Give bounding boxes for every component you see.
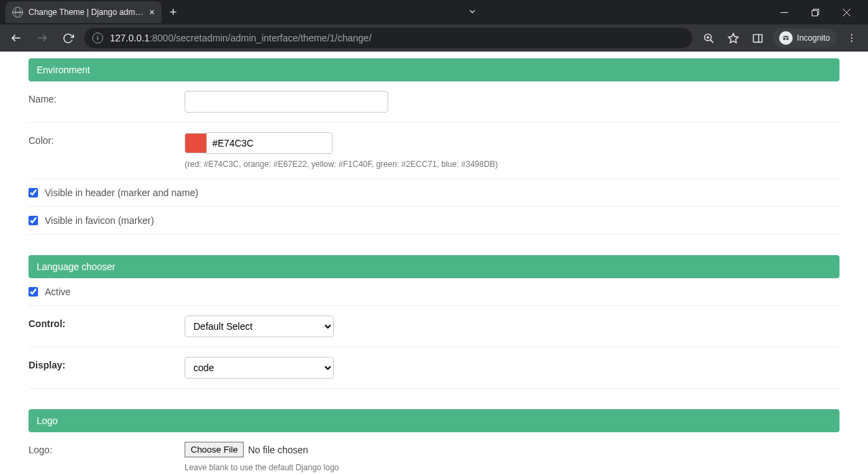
visible-header-label[interactable]: Visible in header (marker and name) <box>45 187 198 198</box>
language-control-row: Control: Default Select <box>29 306 839 347</box>
visible-favicon-checkbox[interactable] <box>29 216 38 225</box>
chevron-down-icon[interactable] <box>468 7 477 18</box>
minimize-button[interactable] <box>769 2 800 22</box>
zoom-icon[interactable] <box>699 28 718 48</box>
incognito-icon <box>779 31 793 45</box>
visible-header-row: Visible in header (marker and name) <box>29 179 839 207</box>
file-status: No file chosen <box>248 444 308 455</box>
logo-help: Leave blank to use the default Django lo… <box>185 463 839 472</box>
new-tab-button[interactable]: + <box>164 5 183 20</box>
globe-icon <box>12 7 23 18</box>
visible-header-checkbox[interactable] <box>29 188 38 197</box>
incognito-badge[interactable]: Incognito <box>772 28 837 48</box>
logo-row: Logo: Choose File No file chosen Leave b… <box>29 432 839 475</box>
env-name-label: Name: <box>29 91 185 104</box>
browser-tab[interactable]: Change Theme | Django adminis × <box>5 1 162 23</box>
incognito-label: Incognito <box>797 33 830 43</box>
language-control-label: Control: <box>29 316 185 329</box>
svg-rect-2 <box>812 10 818 16</box>
svg-point-15 <box>787 37 789 40</box>
language-active-checkbox[interactable] <box>29 287 38 297</box>
maximize-button[interactable] <box>800 2 831 22</box>
address-bar[interactable]: i 127.0.0.1:8000/secretadmin/admin_inter… <box>84 28 692 48</box>
visible-favicon-row: Visible in favicon (marker) <box>29 207 839 235</box>
language-section: Active Control: Default Select Display: … <box>29 278 839 389</box>
reload-button[interactable] <box>58 28 77 48</box>
environment-section-header: Environment <box>29 58 839 81</box>
url-text: 127.0.0.1:8000/secretadmin/admin_interfa… <box>110 33 371 43</box>
svg-rect-12 <box>753 34 762 41</box>
env-name-input[interactable] <box>185 91 388 113</box>
close-tab-icon[interactable]: × <box>149 7 155 18</box>
svg-rect-0 <box>780 12 788 13</box>
env-name-row: Name: <box>29 81 839 123</box>
close-window-button[interactable] <box>831 2 863 22</box>
language-display-row: Display: code <box>29 347 839 389</box>
info-icon[interactable]: i <box>92 33 103 43</box>
svg-point-16 <box>851 34 852 35</box>
env-color-label: Color: <box>29 132 185 146</box>
language-display-select[interactable]: code <box>185 357 334 379</box>
env-color-help: (red: #E74C3C, orange: #E67E22, yellow: … <box>185 159 839 169</box>
tab-title: Change Theme | Django adminis <box>29 7 144 17</box>
language-control-select[interactable]: Default Select <box>185 316 334 337</box>
svg-point-17 <box>851 37 852 39</box>
tab-bar: Change Theme | Django adminis × + <box>0 0 868 24</box>
browser-toolbar: i 127.0.0.1:8000/secretadmin/admin_inter… <box>0 24 868 52</box>
window-controls <box>769 2 863 22</box>
env-color-input[interactable] <box>206 132 333 154</box>
logo-section-header: Logo <box>29 409 839 432</box>
panel-icon[interactable] <box>748 28 767 48</box>
kebab-menu-icon[interactable] <box>842 28 861 48</box>
svg-point-14 <box>783 37 786 40</box>
logo-section: Logo: Choose File No file chosen Leave b… <box>29 432 839 475</box>
bookmark-icon[interactable] <box>723 28 742 48</box>
page-content: Environment Name: Color: (red: #E74C3C, … <box>0 52 868 475</box>
choose-file-button[interactable]: Choose File <box>185 442 244 457</box>
back-button[interactable] <box>7 28 26 48</box>
color-swatch[interactable] <box>185 133 206 153</box>
environment-section: Name: Color: (red: #E74C3C, orange: #E67… <box>29 81 839 235</box>
forward-button[interactable] <box>33 28 52 48</box>
svg-point-18 <box>851 41 852 42</box>
language-active-label[interactable]: Active <box>45 286 71 297</box>
logo-label: Logo: <box>29 442 185 455</box>
env-color-row: Color: (red: #E74C3C, orange: #E67E22, y… <box>29 123 839 179</box>
language-section-header: Language chooser <box>29 255 839 278</box>
language-active-row: Active <box>29 278 839 306</box>
svg-line-8 <box>710 39 713 42</box>
language-display-label: Display: <box>29 357 185 370</box>
svg-marker-11 <box>728 33 738 42</box>
visible-favicon-label[interactable]: Visible in favicon (marker) <box>45 215 154 226</box>
browser-chrome: Change Theme | Django adminis × + <box>0 0 868 52</box>
